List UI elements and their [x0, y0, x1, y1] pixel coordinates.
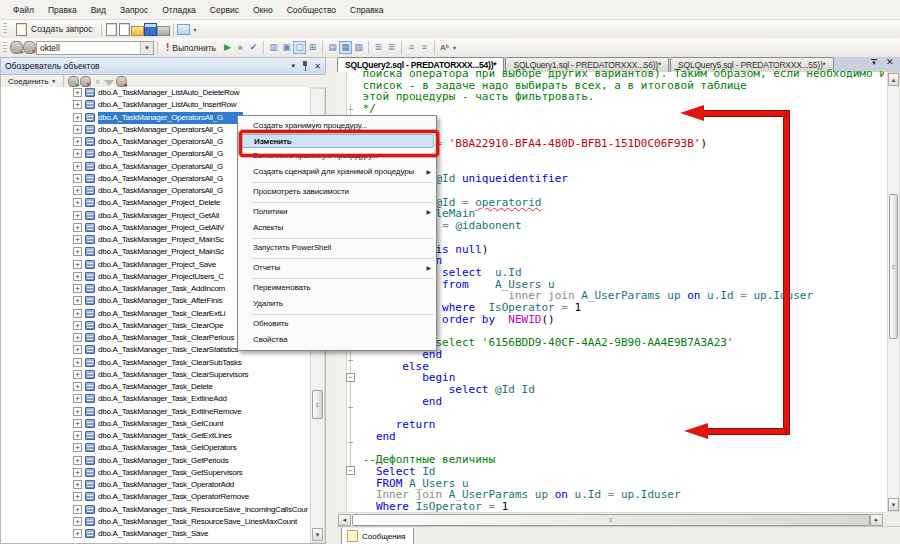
- expander-icon[interactable]: +: [73, 149, 82, 158]
- connect-db-icon[interactable]: ▸: [10, 41, 23, 54]
- editor-hscrollbar-thumb[interactable]: ≡: [352, 514, 870, 526]
- expander-icon[interactable]: +: [73, 272, 82, 281]
- tree-item[interactable]: +dbo.A_TaskManager_Task_ClearSubTasks: [1, 357, 309, 369]
- tree-item[interactable]: +dbo.A_TaskManager_Task_OperatorAdd: [1, 479, 309, 491]
- expander-icon[interactable]: +: [73, 174, 82, 183]
- design-query-icon[interactable]: ▣: [280, 41, 293, 54]
- save-icon[interactable]: [144, 23, 157, 36]
- expander-icon[interactable]: +: [73, 505, 82, 514]
- auto-hide-pin-icon[interactable]: [301, 61, 309, 71]
- uncomment-icon[interactable]: ≣: [385, 41, 398, 54]
- scroll-up-icon[interactable]: ▲: [888, 73, 899, 86]
- expander-icon[interactable]: +: [73, 235, 82, 244]
- context-menu-item[interactable]: Обновить: [238, 316, 436, 332]
- expander-icon[interactable]: +: [73, 517, 82, 526]
- tree-item[interactable]: +dbo.A_TaskManager_Task_ResourceSave_Inc…: [1, 504, 309, 516]
- expander-icon[interactable]: +: [73, 198, 82, 207]
- menu-item[interactable]: Сервис: [203, 2, 246, 18]
- tree-item[interactable]: +dbo.A_TaskManager_Task_ExtlineAdd: [1, 393, 309, 405]
- menu-item[interactable]: Справка: [343, 2, 390, 18]
- scroll-left-icon[interactable]: ◄: [338, 514, 351, 526]
- open-file-alt-icon[interactable]: [118, 23, 131, 36]
- results-file-icon[interactable]: ▧: [352, 41, 365, 54]
- mail-icon[interactable]: [177, 23, 190, 36]
- messages-tab[interactable]: Сообщения: [341, 528, 414, 544]
- menu-item[interactable]: Запрос: [113, 2, 155, 18]
- toolbar-overflow-icon[interactable]: ▾: [194, 26, 197, 33]
- results-grid-icon[interactable]: ▦: [339, 41, 352, 54]
- tree-item[interactable]: +dbo.A_TaskManager_Task_ClearSupervisors: [1, 369, 309, 381]
- expander-icon[interactable]: +: [73, 370, 82, 379]
- connect-server-icon[interactable]: ▸: [67, 75, 79, 88]
- expander-icon[interactable]: +: [73, 492, 82, 501]
- expander-icon[interactable]: +: [73, 247, 82, 256]
- context-menu-item[interactable]: Просмотреть зависимости: [238, 184, 436, 200]
- tree-item[interactable]: +dbo.A_TaskManager_ListAuto_DeleteRow: [1, 87, 309, 99]
- expander-icon[interactable]: +: [73, 100, 82, 109]
- expander-icon[interactable]: +: [73, 407, 82, 416]
- expander-icon[interactable]: +: [73, 333, 82, 342]
- specify-template-icon[interactable]: ▢: [293, 41, 306, 54]
- connect-button[interactable]: Соединить ▼: [4, 76, 60, 87]
- menu-item[interactable]: Вид: [84, 2, 113, 18]
- menu-item[interactable]: Отладка: [155, 2, 203, 18]
- debug-play-icon[interactable]: ▶: [221, 41, 234, 54]
- context-menu-item[interactable]: Отчеты▶: [238, 260, 436, 276]
- expander-icon[interactable]: +: [73, 113, 82, 122]
- disconnect-server-icon[interactable]: ✕: [79, 75, 91, 88]
- context-menu-item[interactable]: Политики▶: [238, 204, 436, 220]
- open-folder-icon[interactable]: [131, 23, 144, 36]
- expander-icon[interactable]: +: [73, 137, 82, 146]
- tree-item[interactable]: +dbo.A_TaskManager_ListAuto_InsertRow: [1, 99, 309, 111]
- context-menu-item[interactable]: Создать сценарий для хранимой процедуры▶: [238, 164, 436, 180]
- context-menu-item[interactable]: Запустить PowerShell: [238, 240, 436, 256]
- database-selector[interactable]: oktell ▼: [36, 41, 154, 55]
- filter-icon[interactable]: [103, 75, 115, 88]
- expander-icon[interactable]: +: [73, 125, 82, 134]
- analyze-query-icon[interactable]: ▥: [267, 41, 280, 54]
- case-icon[interactable]: Aᵇ: [438, 41, 451, 54]
- increase-indent-icon[interactable]: ≡: [418, 41, 431, 54]
- expander-icon[interactable]: +: [73, 345, 82, 354]
- tree-item[interactable]: +dbo.A_TaskManager_Task_Save: [1, 528, 309, 540]
- expander-icon[interactable]: +: [73, 309, 82, 318]
- menu-item[interactable]: Сообщество: [280, 2, 343, 18]
- expander-icon[interactable]: +: [73, 296, 82, 305]
- expander-icon[interactable]: +: [73, 431, 82, 440]
- tree-item[interactable]: +dbo.A_TaskManager_Task_ExtlineRemove: [1, 406, 309, 418]
- tree-item[interactable]: +dbo.A_TaskManager_Task_Delete: [1, 381, 309, 393]
- expander-icon[interactable]: +: [73, 419, 82, 428]
- expander-icon[interactable]: +: [73, 529, 82, 538]
- chevron-down-icon[interactable]: ▼: [140, 42, 153, 54]
- scroll-right-icon[interactable]: ►: [870, 514, 883, 526]
- tree-item[interactable]: +dbo.A_TaskManager_Task_GetOperators: [1, 442, 309, 454]
- tree-item[interactable]: +dbo.A_TaskManager_Task_ResourceSave_Lin…: [1, 516, 309, 528]
- decrease-indent-icon[interactable]: ≡: [405, 41, 418, 54]
- expander-icon[interactable]: +: [73, 358, 82, 367]
- context-menu-item[interactable]: Удалить: [238, 296, 436, 312]
- fold-collapse-icon[interactable]: -: [346, 373, 355, 382]
- expander-icon[interactable]: +: [73, 223, 82, 232]
- tree-scrollbar-thumb[interactable]: ≡: [312, 390, 323, 419]
- expander-icon[interactable]: +: [73, 284, 82, 293]
- expander-icon[interactable]: +: [73, 88, 82, 97]
- context-menu-item[interactable]: Свойства: [238, 332, 436, 348]
- expander-icon[interactable]: +: [73, 260, 82, 269]
- menu-item[interactable]: Файл: [6, 2, 41, 18]
- expander-icon[interactable]: +: [73, 211, 82, 220]
- tree-item[interactable]: +dbo.A_TaskManager_Task_GetCount: [1, 418, 309, 430]
- print-icon[interactable]: [157, 23, 170, 36]
- menu-item[interactable]: Окно: [246, 2, 280, 18]
- expander-icon[interactable]: +: [73, 186, 82, 195]
- editor-vscrollbar-thumb[interactable]: ≡: [889, 194, 898, 339]
- close-panel-icon[interactable]: ✕: [314, 62, 321, 71]
- scroll-down-icon[interactable]: ▼: [312, 528, 323, 541]
- menu-item[interactable]: Правка: [41, 2, 84, 18]
- stop-icon[interactable]: ■: [234, 41, 247, 54]
- close-document-icon[interactable]: ✕: [886, 57, 894, 67]
- execute-button[interactable]: ! Выполнить: [161, 40, 221, 55]
- change-connection-icon[interactable]: ✕: [23, 41, 36, 54]
- fold-collapse-icon[interactable]: -: [346, 466, 355, 475]
- include-plan-icon[interactable]: ⊞: [306, 41, 319, 54]
- expander-icon[interactable]: +: [73, 480, 82, 489]
